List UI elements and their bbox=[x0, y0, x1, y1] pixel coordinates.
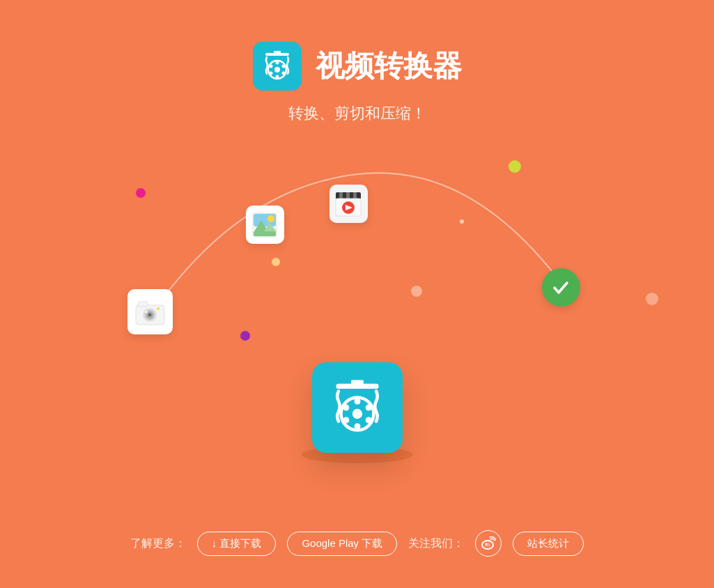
app-title: 视频转换器 bbox=[316, 47, 462, 86]
svg-rect-28 bbox=[254, 231, 276, 236]
svg-point-39 bbox=[352, 409, 362, 419]
app-icon bbox=[253, 42, 302, 91]
svg-point-48 bbox=[486, 543, 488, 546]
svg-point-4 bbox=[275, 61, 279, 65]
svg-rect-1 bbox=[274, 51, 281, 54]
svg-point-3 bbox=[274, 67, 280, 72]
camera-icon-card bbox=[127, 289, 173, 334]
video-icon-card bbox=[329, 185, 368, 223]
footer: 了解更多： ↓ 直接下载 Google Play 下载 关注我们： 站长统计 bbox=[0, 530, 714, 557]
subtitle: 转换、剪切和压缩！ bbox=[0, 103, 714, 124]
svg-point-6 bbox=[269, 65, 272, 68]
svg-point-43 bbox=[365, 405, 371, 411]
svg-point-22 bbox=[145, 311, 148, 314]
svg-point-40 bbox=[354, 399, 360, 405]
center-app-icon bbox=[312, 362, 403, 453]
svg-point-27 bbox=[267, 215, 274, 222]
svg-point-9 bbox=[269, 72, 272, 75]
image-icon-card bbox=[246, 206, 284, 244]
follow-us-label: 关注我们： bbox=[408, 536, 464, 551]
svg-point-7 bbox=[281, 65, 285, 68]
direct-download-button[interactable]: ↓ 直接下载 bbox=[197, 532, 277, 556]
check-icon bbox=[542, 268, 580, 307]
svg-point-41 bbox=[354, 424, 360, 430]
google-play-button[interactable]: Google Play 下载 bbox=[287, 532, 397, 556]
svg-point-44 bbox=[365, 417, 371, 424]
svg-point-21 bbox=[157, 307, 160, 310]
stats-button[interactable]: 站长统计 bbox=[513, 532, 584, 556]
learn-more-label: 了解更多： bbox=[130, 536, 186, 551]
svg-point-45 bbox=[343, 417, 349, 424]
header: 视频转换器 bbox=[0, 0, 714, 91]
svg-point-13 bbox=[460, 219, 464, 224]
svg-point-5 bbox=[275, 75, 279, 79]
svg-point-42 bbox=[343, 405, 349, 411]
svg-point-8 bbox=[281, 72, 285, 75]
dot-gray2 bbox=[646, 293, 658, 305]
weibo-button[interactable] bbox=[475, 530, 502, 557]
arc-container bbox=[114, 153, 601, 446]
svg-rect-37 bbox=[351, 380, 364, 385]
svg-rect-20 bbox=[138, 302, 148, 307]
svg-point-19 bbox=[148, 314, 151, 316]
